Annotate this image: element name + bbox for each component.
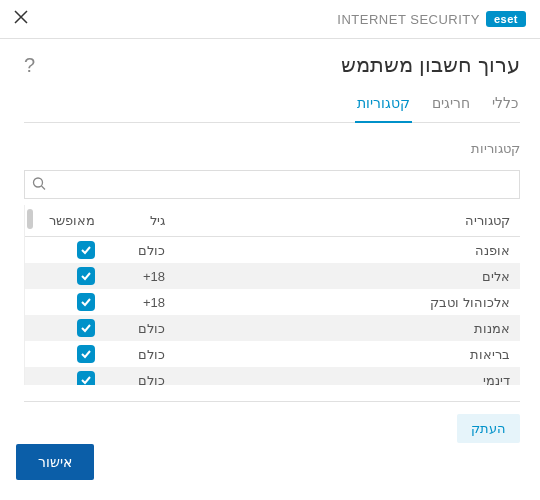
col-category[interactable]: קטגוריה [175, 205, 520, 237]
table-row[interactable]: אופנהכולם [25, 237, 520, 264]
table-row[interactable]: אלים18+ [25, 263, 520, 289]
help-icon[interactable]: ? [24, 54, 35, 77]
col-age[interactable]: גיל [105, 205, 175, 237]
cell-age: 18+ [105, 289, 175, 315]
cell-category: בריאות [175, 341, 520, 367]
ok-button[interactable]: אישור [16, 444, 94, 480]
cell-category: אופנה [175, 237, 520, 264]
checkbox[interactable] [77, 371, 95, 385]
cell-enabled [25, 341, 105, 367]
tab-general[interactable]: כללי [490, 89, 520, 122]
cell-enabled [25, 315, 105, 341]
table-row[interactable]: אלכוהול וטבק18+ [25, 289, 520, 315]
checkbox[interactable] [77, 319, 95, 337]
svg-line-1 [42, 186, 46, 190]
cell-enabled [25, 237, 105, 264]
cell-enabled [25, 367, 105, 385]
divider [24, 401, 520, 402]
page-title: ערוך חשבון משתמש [341, 53, 520, 77]
table-row[interactable]: בריאותכולם [25, 341, 520, 367]
cell-age: כולם [105, 237, 175, 264]
tab-categories[interactable]: קטגוריות [355, 89, 412, 123]
brand-text: INTERNET SECURITY [337, 12, 480, 27]
brand: eset INTERNET SECURITY [337, 11, 526, 27]
checkbox[interactable] [77, 293, 95, 311]
cell-enabled [25, 289, 105, 315]
brand-badge: eset [486, 11, 526, 27]
section-label: קטגוריות [24, 141, 520, 156]
svg-point-0 [34, 178, 43, 187]
tab-exceptions[interactable]: חריגים [430, 89, 472, 122]
cell-age: 18+ [105, 263, 175, 289]
cell-age: כולם [105, 341, 175, 367]
cell-category: אלכוהול וטבק [175, 289, 520, 315]
tabs: כללי חריגים קטגוריות [24, 89, 520, 123]
category-table-wrap: קטגוריה גיל מאופשר אופנהכולםאלים18+אלכוה… [24, 205, 520, 385]
checkbox[interactable] [77, 345, 95, 363]
cell-age: כולם [105, 367, 175, 385]
cell-category: דינמי [175, 367, 520, 385]
search-icon[interactable] [32, 176, 46, 193]
close-icon[interactable] [14, 10, 28, 28]
table-row[interactable]: אמנותכולם [25, 315, 520, 341]
scrollbar[interactable] [27, 209, 33, 229]
cell-age: כולם [105, 315, 175, 341]
checkbox[interactable] [77, 241, 95, 259]
cell-enabled [25, 263, 105, 289]
footer: אישור [0, 430, 540, 500]
cell-category: אלים [175, 263, 520, 289]
checkbox[interactable] [77, 267, 95, 285]
search-input[interactable] [24, 170, 520, 199]
cell-category: אמנות [175, 315, 520, 341]
col-enabled[interactable]: מאופשר [25, 205, 105, 237]
category-table: קטגוריה גיל מאופשר אופנהכולםאלים18+אלכוה… [25, 205, 520, 385]
table-row[interactable]: דינמיכולם [25, 367, 520, 385]
app-header: eset INTERNET SECURITY [0, 0, 540, 39]
